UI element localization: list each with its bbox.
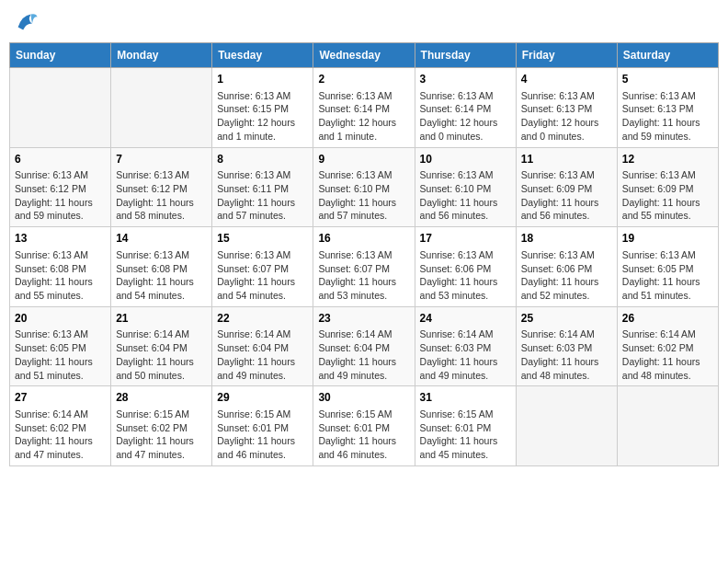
day-number: 19 bbox=[622, 231, 713, 247]
day-info: Sunrise: 6:13 AM Sunset: 6:07 PM Dayligh… bbox=[318, 248, 409, 303]
calendar-cell: 26Sunrise: 6:14 AM Sunset: 6:02 PM Dayli… bbox=[617, 306, 718, 386]
calendar-week-row: 27Sunrise: 6:14 AM Sunset: 6:02 PM Dayli… bbox=[10, 386, 719, 466]
calendar-week-row: 6Sunrise: 6:13 AM Sunset: 6:12 PM Daylig… bbox=[10, 147, 719, 227]
day-number: 1 bbox=[217, 72, 308, 87]
day-info: Sunrise: 6:14 AM Sunset: 6:04 PM Dayligh… bbox=[318, 327, 409, 382]
day-info: Sunrise: 6:15 AM Sunset: 6:01 PM Dayligh… bbox=[217, 408, 308, 462]
calendar-cell: 25Sunrise: 6:14 AM Sunset: 6:03 PM Dayli… bbox=[516, 306, 617, 386]
page-header bbox=[9, 9, 719, 35]
calendar-cell: 3Sunrise: 6:13 AM Sunset: 6:14 PM Daylig… bbox=[415, 68, 516, 148]
calendar-cell: 4Sunrise: 6:13 AM Sunset: 6:13 PM Daylig… bbox=[516, 68, 617, 148]
day-number: 4 bbox=[521, 72, 612, 87]
calendar-cell: 30Sunrise: 6:15 AM Sunset: 6:01 PM Dayli… bbox=[313, 386, 415, 466]
day-info: Sunrise: 6:13 AM Sunset: 6:15 PM Dayligh… bbox=[217, 89, 308, 144]
calendar-table: SundayMondayTuesdayWednesdayThursdayFrid… bbox=[9, 42, 719, 466]
calendar-cell: 10Sunrise: 6:13 AM Sunset: 6:10 PM Dayli… bbox=[415, 147, 516, 227]
calendar-header-wednesday: Wednesday bbox=[313, 43, 415, 68]
day-info: Sunrise: 6:13 AM Sunset: 6:05 PM Dayligh… bbox=[15, 327, 106, 382]
calendar-cell: 7Sunrise: 6:13 AM Sunset: 6:12 PM Daylig… bbox=[111, 147, 212, 227]
calendar-cell: 29Sunrise: 6:15 AM Sunset: 6:01 PM Dayli… bbox=[212, 386, 313, 466]
day-number: 13 bbox=[15, 231, 106, 247]
day-info: Sunrise: 6:13 AM Sunset: 6:13 PM Dayligh… bbox=[521, 89, 612, 144]
day-info: Sunrise: 6:14 AM Sunset: 6:02 PM Dayligh… bbox=[15, 408, 106, 462]
calendar-cell bbox=[617, 386, 718, 466]
day-number: 17 bbox=[420, 231, 511, 247]
calendar-header-tuesday: Tuesday bbox=[212, 43, 313, 68]
day-info: Sunrise: 6:13 AM Sunset: 6:05 PM Dayligh… bbox=[622, 248, 713, 303]
calendar-cell: 16Sunrise: 6:13 AM Sunset: 6:07 PM Dayli… bbox=[313, 227, 415, 307]
calendar-week-row: 13Sunrise: 6:13 AM Sunset: 6:08 PM Dayli… bbox=[10, 227, 719, 307]
calendar-cell bbox=[111, 68, 212, 148]
calendar-cell: 6Sunrise: 6:13 AM Sunset: 6:12 PM Daylig… bbox=[10, 147, 111, 227]
day-number: 9 bbox=[318, 152, 409, 167]
day-info: Sunrise: 6:13 AM Sunset: 6:11 PM Dayligh… bbox=[217, 168, 308, 223]
calendar-week-row: 1Sunrise: 6:13 AM Sunset: 6:15 PM Daylig… bbox=[10, 68, 719, 148]
day-info: Sunrise: 6:13 AM Sunset: 6:08 PM Dayligh… bbox=[116, 248, 207, 303]
calendar-cell: 31Sunrise: 6:15 AM Sunset: 6:01 PM Dayli… bbox=[415, 386, 516, 466]
calendar-cell: 17Sunrise: 6:13 AM Sunset: 6:06 PM Dayli… bbox=[415, 227, 516, 307]
day-number: 28 bbox=[116, 390, 207, 406]
calendar-cell: 27Sunrise: 6:14 AM Sunset: 6:02 PM Dayli… bbox=[10, 386, 111, 466]
calendar-header-thursday: Thursday bbox=[415, 43, 516, 68]
calendar-cell: 12Sunrise: 6:13 AM Sunset: 6:09 PM Dayli… bbox=[617, 147, 718, 227]
calendar-cell: 14Sunrise: 6:13 AM Sunset: 6:08 PM Dayli… bbox=[111, 227, 212, 307]
calendar-header-monday: Monday bbox=[111, 43, 212, 68]
calendar-header-friday: Friday bbox=[516, 43, 617, 68]
day-number: 30 bbox=[318, 390, 409, 406]
day-info: Sunrise: 6:13 AM Sunset: 6:10 PM Dayligh… bbox=[420, 168, 511, 223]
calendar-header-sunday: Sunday bbox=[10, 43, 111, 68]
day-info: Sunrise: 6:13 AM Sunset: 6:07 PM Dayligh… bbox=[217, 248, 308, 303]
day-number: 20 bbox=[15, 311, 106, 327]
day-number: 29 bbox=[217, 390, 308, 406]
day-number: 10 bbox=[420, 152, 511, 167]
calendar-cell: 11Sunrise: 6:13 AM Sunset: 6:09 PM Dayli… bbox=[516, 147, 617, 227]
calendar-cell bbox=[516, 386, 617, 466]
day-number: 31 bbox=[420, 390, 511, 406]
day-number: 5 bbox=[622, 72, 713, 87]
logo-bird-icon bbox=[13, 9, 39, 35]
day-number: 24 bbox=[420, 311, 511, 327]
calendar-cell: 24Sunrise: 6:14 AM Sunset: 6:03 PM Dayli… bbox=[415, 306, 516, 386]
day-info: Sunrise: 6:13 AM Sunset: 6:06 PM Dayligh… bbox=[521, 248, 612, 303]
calendar-cell: 22Sunrise: 6:14 AM Sunset: 6:04 PM Dayli… bbox=[212, 306, 313, 386]
day-info: Sunrise: 6:13 AM Sunset: 6:08 PM Dayligh… bbox=[15, 248, 106, 303]
day-number: 18 bbox=[521, 231, 612, 247]
calendar-week-row: 20Sunrise: 6:13 AM Sunset: 6:05 PM Dayli… bbox=[10, 306, 719, 386]
day-number: 15 bbox=[217, 231, 308, 247]
day-number: 25 bbox=[521, 311, 612, 327]
calendar-cell: 9Sunrise: 6:13 AM Sunset: 6:10 PM Daylig… bbox=[313, 147, 415, 227]
day-info: Sunrise: 6:15 AM Sunset: 6:02 PM Dayligh… bbox=[116, 408, 207, 462]
day-number: 22 bbox=[217, 311, 308, 327]
logo bbox=[13, 9, 42, 35]
calendar-cell: 23Sunrise: 6:14 AM Sunset: 6:04 PM Dayli… bbox=[313, 306, 415, 386]
calendar-cell: 2Sunrise: 6:13 AM Sunset: 6:14 PM Daylig… bbox=[313, 68, 415, 148]
day-number: 12 bbox=[622, 152, 713, 167]
calendar-cell: 21Sunrise: 6:14 AM Sunset: 6:04 PM Dayli… bbox=[111, 306, 212, 386]
day-number: 8 bbox=[217, 152, 308, 167]
day-info: Sunrise: 6:13 AM Sunset: 6:09 PM Dayligh… bbox=[521, 168, 612, 223]
day-info: Sunrise: 6:14 AM Sunset: 6:03 PM Dayligh… bbox=[521, 327, 612, 382]
calendar-cell: 20Sunrise: 6:13 AM Sunset: 6:05 PM Dayli… bbox=[10, 306, 111, 386]
day-info: Sunrise: 6:13 AM Sunset: 6:14 PM Dayligh… bbox=[420, 89, 511, 144]
day-number: 21 bbox=[116, 311, 207, 327]
calendar-header-row: SundayMondayTuesdayWednesdayThursdayFrid… bbox=[10, 43, 719, 68]
calendar-cell: 19Sunrise: 6:13 AM Sunset: 6:05 PM Dayli… bbox=[617, 227, 718, 307]
calendar-cell: 18Sunrise: 6:13 AM Sunset: 6:06 PM Dayli… bbox=[516, 227, 617, 307]
day-number: 11 bbox=[521, 152, 612, 167]
calendar-header-saturday: Saturday bbox=[617, 43, 718, 68]
day-info: Sunrise: 6:13 AM Sunset: 6:13 PM Dayligh… bbox=[622, 89, 713, 144]
day-info: Sunrise: 6:13 AM Sunset: 6:09 PM Dayligh… bbox=[622, 168, 713, 223]
day-number: 27 bbox=[15, 390, 106, 406]
calendar-cell bbox=[10, 68, 111, 148]
day-number: 6 bbox=[15, 152, 106, 167]
day-number: 26 bbox=[622, 311, 713, 327]
day-info: Sunrise: 6:14 AM Sunset: 6:04 PM Dayligh… bbox=[217, 327, 308, 382]
day-info: Sunrise: 6:14 AM Sunset: 6:02 PM Dayligh… bbox=[622, 327, 713, 382]
day-number: 2 bbox=[318, 72, 409, 87]
day-info: Sunrise: 6:13 AM Sunset: 6:06 PM Dayligh… bbox=[420, 248, 511, 303]
day-number: 3 bbox=[420, 72, 511, 87]
day-info: Sunrise: 6:13 AM Sunset: 6:12 PM Dayligh… bbox=[116, 168, 207, 223]
day-number: 14 bbox=[116, 231, 207, 247]
day-number: 23 bbox=[318, 311, 409, 327]
calendar-cell: 8Sunrise: 6:13 AM Sunset: 6:11 PM Daylig… bbox=[212, 147, 313, 227]
